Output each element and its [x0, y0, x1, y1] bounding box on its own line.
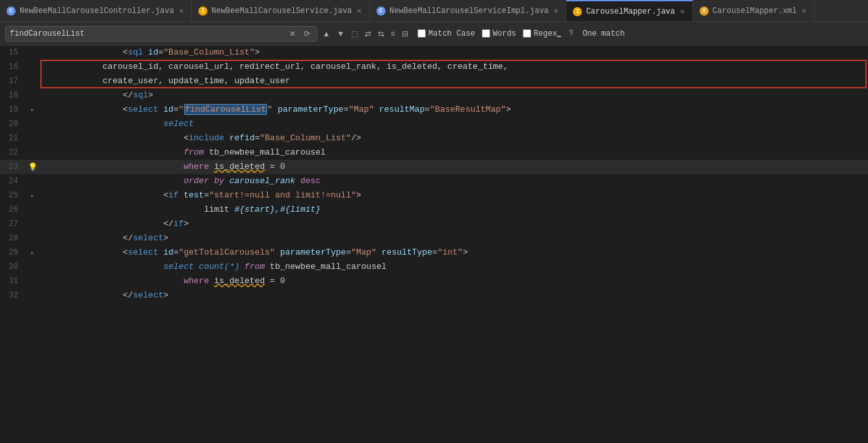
line-gutter-26 — [26, 203, 39, 217]
code-line-31: 31 where is_deleted = 0 — [0, 274, 868, 288]
bulb-icon-23[interactable]: 💡 — [28, 162, 38, 172]
selection-wrapper: 16 carousel_id, carousel_url, redirect_u… — [0, 60, 868, 88]
prev-match-button[interactable]: ▲ — [320, 28, 333, 40]
line-gutter-19: ▸ — [26, 103, 39, 117]
line-content-18: </sql> — [39, 88, 868, 103]
line-gutter-25: ▸ — [26, 188, 39, 203]
tab-label-tab3: NewBeeMallCarouselServiceImpl.java — [389, 6, 549, 16]
tab-icon-tab3: C — [376, 6, 386, 16]
words-checkbox[interactable] — [482, 29, 490, 38]
line-gutter-15 — [26, 45, 39, 60]
regex-label: Regex_ — [534, 29, 561, 38]
code-line-19: 19▸ <select id="findCarouselList" parame… — [0, 103, 868, 117]
line-number-27: 27 — [0, 217, 26, 231]
tab-close-tab1[interactable]: ✕ — [178, 6, 185, 16]
line-number-30: 30 — [0, 260, 26, 274]
line-content-21: <include refid="Base_Column_List"/> — [39, 131, 868, 146]
tab-close-tab5[interactable]: ✕ — [800, 6, 808, 16]
line-number-29: 29 — [0, 246, 26, 260]
line-gutter-32 — [26, 288, 39, 303]
tab-bar: CNewBeeMallCarouselController.java✕INewB… — [0, 0, 868, 22]
tab-tab5[interactable]: XCarouselMapper.xml✕ — [693, 0, 815, 22]
line-gutter-31 — [26, 274, 39, 288]
tab-close-tab4[interactable]: ✕ — [679, 6, 686, 16]
line-content-30: select count(*) from tb_newbee_mall_caro… — [39, 260, 868, 274]
line-content-19: <select id="findCarouselList" parameterT… — [39, 103, 868, 117]
match-case-option[interactable]: Match Case — [417, 29, 475, 38]
line-number-23: 23 — [0, 160, 26, 174]
line-content-31: where is_deleted = 0 — [39, 274, 868, 288]
line-number-19: 19 — [0, 103, 26, 117]
tab-icon-tab4: I — [573, 7, 582, 16]
tab-tab4[interactable]: ICarouselMapper.java✕ — [566, 0, 692, 22]
clear-search-button[interactable]: ✕ — [287, 28, 298, 40]
line-gutter-30 — [26, 260, 39, 274]
tab-tab1[interactable]: CNewBeeMallCarouselController.java✕ — [0, 0, 192, 22]
fold-icon-25[interactable]: ▸ — [31, 192, 34, 199]
tab-label-tab4: CarouselMapper.java — [586, 7, 675, 16]
code-line-20: 20 select — [0, 117, 868, 131]
tab-label-tab1: NewBeeMallCarouselController.java — [20, 6, 174, 16]
line-content-23: where is_deleted = 0 — [39, 160, 868, 174]
regex-option[interactable]: Regex_ — [523, 29, 561, 38]
code-container: 15 <sql id="Base_Column_List">16 carouse… — [0, 45, 868, 443]
line-number-20: 20 — [0, 117, 26, 131]
tab-tab3[interactable]: CNewBeeMallCarouselServiceImpl.java✕ — [370, 0, 566, 22]
line-number-24: 24 — [0, 174, 26, 188]
fold-icon-19[interactable]: ▸ — [31, 106, 34, 114]
code-line-24: 24 order by carousel_rank desc — [0, 174, 868, 188]
filter-button[interactable]: ≡ — [388, 28, 398, 40]
code-line-17: 17 create_user, update_time, update_user — [0, 74, 868, 88]
line-number-21: 21 — [0, 131, 26, 146]
line-gutter-20 — [26, 117, 39, 131]
search-options: Match Case Words Regex_ ? — [417, 29, 573, 38]
line-number-18: 18 — [0, 88, 26, 103]
filter2-button[interactable]: ⊟ — [399, 28, 411, 40]
line-content-20: select — [39, 117, 868, 131]
code-line-18: 18 </sql> — [0, 88, 868, 103]
line-gutter-23: 💡 — [26, 160, 39, 174]
line-number-32: 32 — [0, 288, 26, 303]
line-number-17: 17 — [0, 74, 26, 88]
line-number-31: 31 — [0, 274, 26, 288]
tab-tab2[interactable]: INewBeeMallCarouselService.java✕ — [192, 0, 370, 22]
toggle-replace-button[interactable]: ⇄ — [362, 28, 374, 40]
line-content-28: </select> — [39, 231, 868, 246]
toggle-replace2-button[interactable]: ⇆ — [375, 28, 387, 40]
tab-icon-tab5: X — [700, 6, 709, 16]
code-line-27: 27 </if> — [0, 217, 868, 231]
line-gutter-29: ▸ — [26, 246, 39, 260]
open-in-find-button[interactable]: ⬚ — [349, 28, 361, 40]
line-gutter-21 — [26, 131, 39, 146]
line-content-27: </if> — [39, 217, 868, 231]
match-case-checkbox[interactable] — [417, 29, 426, 38]
tab-close-tab3[interactable]: ✕ — [553, 6, 560, 16]
line-gutter-17 — [26, 74, 39, 88]
search-bar: ✕ ⟳ ▲ ▼ ⬚ ⇄ ⇆ ≡ ⊟ Match Case Words Regex… — [0, 22, 868, 45]
line-number-16: 16 — [0, 60, 26, 74]
tab-close-tab2[interactable]: ✕ — [356, 6, 363, 16]
search-input[interactable] — [10, 29, 284, 38]
line-gutter-24 — [26, 174, 39, 188]
match-count: One match — [583, 29, 625, 38]
line-number-22: 22 — [0, 146, 26, 160]
next-match-button[interactable]: ▼ — [334, 28, 347, 40]
line-content-29: <select id="getTotalCarousels" parameter… — [39, 246, 868, 260]
fold-icon-29[interactable]: ▸ — [31, 249, 34, 257]
line-content-24: order by carousel_rank desc — [39, 174, 868, 188]
history-button[interactable]: ⟳ — [301, 28, 313, 40]
line-gutter-22 — [26, 146, 39, 160]
code-line-28: 28 </select> — [0, 231, 868, 246]
words-option[interactable]: Words — [482, 29, 516, 38]
search-help-button[interactable]: ? — [569, 29, 573, 38]
tab-icon-tab2: I — [198, 6, 207, 16]
line-gutter-18 — [26, 88, 39, 103]
code-line-30: 30 select count(*) from tb_newbee_mall_c… — [0, 260, 868, 274]
tab-label-tab5: CarouselMapper.xml — [713, 6, 797, 16]
code-line-25: 25▸ <if test="start!=null and limit!=nul… — [0, 188, 868, 203]
tab-icon-tab1: C — [7, 6, 16, 16]
line-content-22: from tb_newbee_mall_carousel — [39, 146, 868, 160]
regex-checkbox[interactable] — [523, 29, 531, 38]
line-number-28: 28 — [0, 231, 26, 246]
line-content-15: <sql id="Base_Column_List"> — [39, 45, 868, 60]
